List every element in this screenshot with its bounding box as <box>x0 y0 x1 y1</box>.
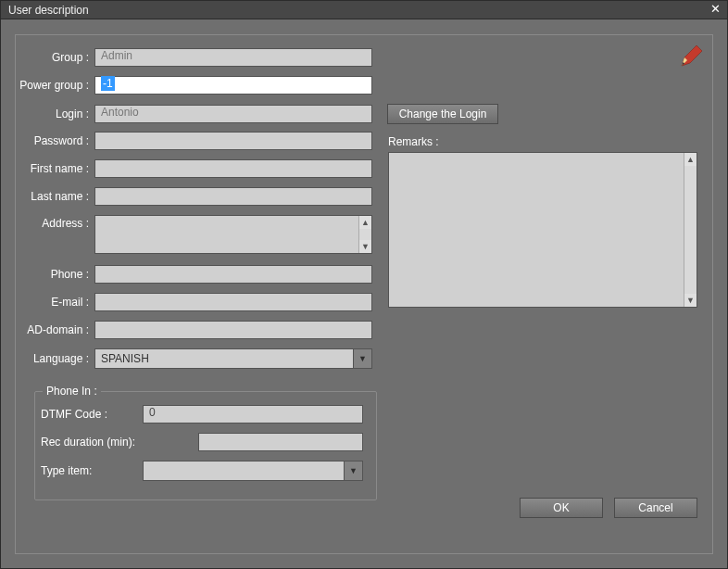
password-field[interactable] <box>94 132 372 150</box>
dtmf-label: DTMF Code : <box>41 408 143 421</box>
addomain-field[interactable] <box>94 321 372 339</box>
phone-field[interactable] <box>94 265 372 284</box>
language-label: Language : <box>16 352 94 365</box>
email-field[interactable] <box>94 293 372 311</box>
dtmf-field[interactable]: 0 <box>143 405 363 424</box>
lastname-label: Last name : <box>16 190 94 203</box>
remarks-scrollbar[interactable]: ▲ ▼ <box>684 153 697 307</box>
window-title: User description <box>8 4 707 17</box>
scroll-up-icon[interactable]: ▲ <box>359 216 371 229</box>
login-label: Login : <box>16 107 94 120</box>
scroll-down-icon[interactable]: ▼ <box>684 294 697 307</box>
powergroup-field[interactable]: -1 <box>94 76 372 95</box>
password-label: Password : <box>16 134 94 147</box>
ok-button[interactable]: OK <box>520 498 603 518</box>
change-login-button[interactable]: Change the Login <box>387 104 498 124</box>
chevron-down-icon[interactable]: ▼ <box>354 348 372 369</box>
cancel-button[interactable]: Cancel <box>614 498 697 518</box>
firstname-field[interactable] <box>94 159 372 178</box>
remarks-label: Remarks : <box>388 135 439 148</box>
login-field[interactable]: Antonio <box>94 105 372 123</box>
typeitem-select[interactable]: ▼ <box>143 461 363 481</box>
phonein-fieldset: Phone In : DTMF Code : 0 Rec duration (m… <box>34 391 377 500</box>
address-field[interactable]: ▲ ▼ <box>94 215 372 254</box>
scroll-up-icon[interactable]: ▲ <box>684 153 697 166</box>
content-panel: Group : Admin Power group : -1 Login : A… <box>15 34 713 554</box>
language-select[interactable]: SPANISH ▼ <box>94 348 372 369</box>
group-label: Group : <box>16 51 94 64</box>
phone-label: Phone : <box>16 268 94 281</box>
addomain-label: AD-domain : <box>16 323 94 336</box>
recdur-label: Rec duration (min): <box>41 436 198 449</box>
powergroup-label: Power group : <box>16 79 94 92</box>
email-label: E-mail : <box>16 296 94 309</box>
chevron-down-icon[interactable]: ▼ <box>345 461 363 481</box>
scroll-down-icon[interactable]: ▼ <box>359 240 371 253</box>
typeitem-label: Type item: <box>41 464 143 477</box>
address-label: Address : <box>16 215 94 230</box>
group-field[interactable]: Admin <box>94 48 372 67</box>
lastname-field[interactable] <box>94 187 372 206</box>
remarks-field[interactable]: ▲ ▼ <box>388 152 697 308</box>
recdur-field[interactable] <box>198 433 363 451</box>
phonein-legend: Phone In : <box>43 385 101 398</box>
edit-pen-icon[interactable] <box>679 44 703 71</box>
address-scrollbar[interactable]: ▲ ▼ <box>358 216 371 253</box>
close-icon[interactable]: ✕ <box>707 3 723 18</box>
titlebar: User description ✕ <box>1 1 727 19</box>
dialog-window: User description ✕ Group : Admin Power g… <box>0 0 728 569</box>
firstname-label: First name : <box>16 162 94 175</box>
